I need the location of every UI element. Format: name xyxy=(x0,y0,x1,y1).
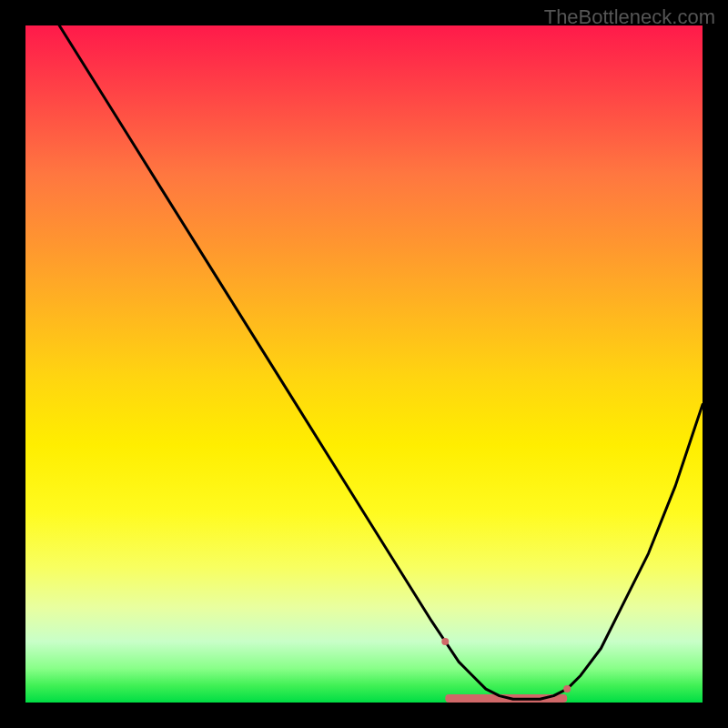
curve-marker-valley-left xyxy=(441,638,449,645)
chart-plot-area xyxy=(25,25,703,703)
curve-marker-valley-right xyxy=(563,685,571,693)
bottleneck-curve xyxy=(59,25,703,699)
site-watermark: TheBottleneck.com xyxy=(544,5,715,29)
bottleneck-curve-svg xyxy=(25,25,703,703)
